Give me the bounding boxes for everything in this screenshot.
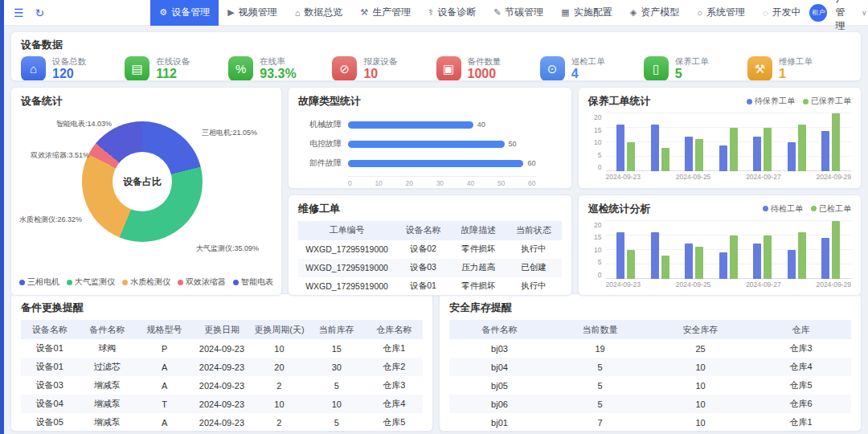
hbar-bar — [348, 121, 473, 129]
fault-type-panel: 故障类型统计 机械故障 40 电控故障 50 部件故障 60 010203040… — [288, 87, 572, 189]
table-cell: 10 — [650, 413, 751, 432]
table-cell: 10 — [650, 395, 751, 413]
tab-label: 视频管理 — [239, 6, 277, 19]
hbar-value-label: 50 — [509, 140, 517, 148]
middle-row: 设备统计 设备占比 三相电机:21.05% 大气监测仪:35.09% 水质检测仪… — [10, 87, 862, 288]
tab-label: 开发中 — [772, 6, 800, 19]
chevron-down-icon[interactable]: ∨ — [862, 9, 867, 17]
tab-label: 设备管理 — [171, 6, 210, 19]
column-header: 备件名称 — [449, 320, 550, 339]
avatar[interactable]: 租户 — [809, 4, 827, 22]
pie-callout-label: 大气监测仪:35.09% — [196, 244, 259, 254]
menu-toggle-icon[interactable]: ☰ — [14, 6, 24, 19]
table-cell: 2024-09-23 — [193, 339, 250, 358]
bar — [788, 250, 796, 279]
nav-tab-2[interactable]: ▶视频管理 — [219, 0, 285, 26]
table-cell: 仓库5 — [366, 413, 423, 432]
nav-tab-6[interactable]: ✎节碳管理 — [485, 0, 552, 26]
tab-icon: ⚕ — [428, 7, 433, 18]
bar — [695, 247, 703, 279]
stat-value: 1000 — [468, 67, 502, 81]
nav-tab-10[interactable]: ◌开发中 — [754, 0, 810, 26]
panel-title-safety-stock: 安全库存提醒 — [440, 294, 861, 315]
table-cell: 执行中 — [506, 277, 562, 296]
table-cell: bj06 — [449, 395, 550, 413]
table-cell: 10 — [308, 395, 365, 413]
table-row: 设备05增减泵A2024-09-2325仓库5 — [21, 413, 423, 432]
pie-center-label: 设备占比 — [113, 152, 172, 211]
stat-value: 4 — [571, 67, 605, 81]
stat-value: 5 — [675, 67, 709, 81]
stat-icon: ⌂ — [21, 56, 46, 81]
tab-label: 资产模型 — [641, 6, 679, 19]
stats-row: ⌂ 设备总数 120 ▤ 在线设备 112 % 在线率 93.3% ⊘ 报废设备… — [11, 52, 861, 81]
table-cell: T — [136, 395, 193, 413]
tab-icon: ⌂ — [295, 8, 301, 18]
middle-column-3: 保养工单统计 待保养工单已保养工单 201510502024-09-232024… — [578, 87, 862, 296]
device-pie-chart: 设备占比 — [82, 121, 203, 242]
spare-replace-panel: 备件更换提醒 设备名称备件名称规格型号更换日期更换周期(天)当前库存仓库名称设备… — [10, 293, 433, 432]
table-row: 设备01过滤芯A2024-09-232030仓库2 — [21, 358, 423, 376]
legend-item[interactable]: 双效浓缩器 — [178, 276, 226, 288]
stat-value: 112 — [156, 67, 190, 81]
pie-legend: 三相电机大气监测仪水质检测仪双效浓缩器智能电表 — [11, 276, 281, 288]
stat-value: 93.3% — [260, 67, 296, 81]
table-cell: 过滤芯 — [78, 358, 135, 376]
nav-tab-3[interactable]: ⌂数据总览 — [286, 0, 352, 26]
legend-item[interactable]: 智能电表 — [233, 276, 273, 288]
table-row: bj031925仓库3 — [449, 339, 851, 358]
table-cell: 设备02 — [395, 240, 451, 259]
tab-label: 生产管理 — [372, 6, 411, 19]
y-axis-labels: 20151050 — [588, 221, 606, 279]
table-cell: 2 — [251, 413, 308, 432]
column-header: 安全库存 — [650, 320, 751, 339]
table-cell: 2024-09-23 — [193, 376, 250, 395]
tab-label: 设备诊断 — [437, 6, 476, 19]
legend-item[interactable]: 已保养工单 — [803, 96, 851, 107]
nav-tab-8[interactable]: ◈资产模型 — [621, 0, 688, 26]
nav-tab-4[interactable]: ⚒生产管理 — [351, 0, 420, 26]
bar-group — [753, 221, 772, 279]
legend-item[interactable]: 大气监测仪 — [67, 276, 115, 288]
legend-dot — [122, 280, 128, 285]
bar-group — [821, 221, 840, 279]
bar — [616, 232, 624, 279]
table-cell: 仓库6 — [751, 395, 851, 413]
bottom-row: 备件更换提醒 设备名称备件名称规格型号更换日期更换周期(天)当前库存仓库名称设备… — [10, 293, 862, 432]
legend-item[interactable]: 待检工单 — [763, 203, 803, 215]
bar — [661, 148, 669, 171]
table-cell: 仓库4 — [751, 358, 851, 376]
table-cell: 已创建 — [506, 259, 562, 277]
refresh-icon[interactable]: ↻ — [35, 6, 45, 19]
bar-group — [719, 113, 738, 171]
legend-item[interactable]: 水质检测仪 — [122, 276, 170, 288]
legend-item[interactable]: 三相电机 — [19, 276, 59, 288]
bar — [832, 113, 840, 171]
column-header: 设备名称 — [21, 320, 78, 339]
table-row: WXGD_17295919000设备03压力超高已创建 — [298, 259, 562, 277]
panel-title-maintenance: 保养工单统计 — [588, 94, 651, 108]
table-cell: 设备03 — [21, 376, 78, 395]
legend-item[interactable]: 待保养工单 — [747, 96, 795, 107]
stat-label: 设备总数 — [52, 56, 86, 67]
nav-tab-7[interactable]: ▦实施配置 — [552, 0, 620, 26]
table-cell: 增减泵 — [78, 413, 135, 432]
nav-tab-9[interactable]: ○系统管理 — [688, 0, 754, 26]
legend-item[interactable]: 已检工单 — [811, 203, 851, 215]
stat-label: 保养工单 — [675, 56, 709, 67]
table-cell: bj03 — [449, 339, 550, 358]
nav-tab-1[interactable]: ⚙设备管理 — [150, 0, 219, 26]
safety-stock-panel: 安全库存提醒 备件名称当前数量安全库存仓库bj031925仓库3bj04510仓… — [439, 293, 862, 432]
nav-tab-5[interactable]: ⚕设备诊断 — [420, 0, 485, 26]
hbar-row: 机械故障 40 — [300, 115, 560, 134]
bar — [753, 244, 761, 278]
collapsed-sidebar-strip[interactable] — [0, 0, 4, 434]
bar — [730, 235, 738, 279]
table-cell: 球阀 — [78, 339, 135, 358]
bar — [627, 250, 635, 279]
table-cell: 10 — [650, 358, 751, 376]
stat-icon: ⚒ — [747, 56, 772, 81]
tab-icon: ✎ — [493, 7, 501, 18]
hbar-bar — [348, 141, 505, 148]
table-cell: bj04 — [449, 358, 550, 376]
